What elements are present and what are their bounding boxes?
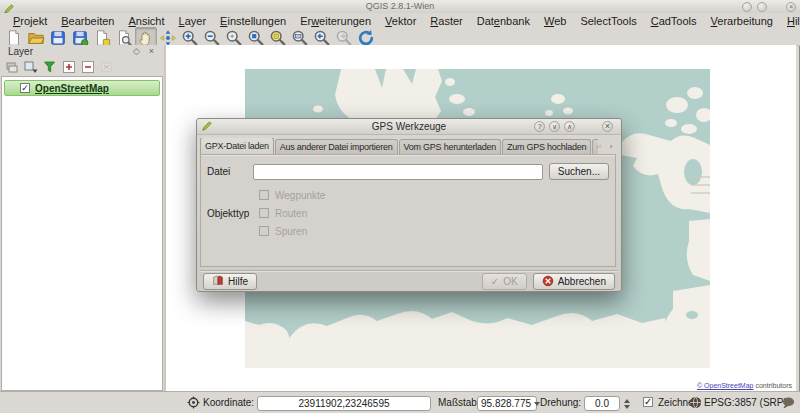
add-group-icon	[5, 60, 19, 74]
help-button[interactable]: Hilfe	[203, 273, 257, 290]
tab-gpx-datei-laden[interactable]: GPX-Datei laden	[200, 138, 274, 155]
file-label: Datei	[207, 166, 253, 177]
layer-visibility-icon	[24, 60, 38, 74]
crs-status-label[interactable]: EPSG:3857 (SRP)	[704, 397, 787, 408]
layer-visibility-button[interactable]	[23, 60, 38, 75]
menu-web[interactable]: Web	[537, 15, 573, 27]
dialog-close-button[interactable]	[602, 121, 613, 132]
objecttype-row-spuren: Spuren	[259, 222, 325, 240]
layers-panel-header: Layer ◇ ×	[0, 45, 164, 59]
menu-selecttools[interactable]: SelectTools	[573, 15, 643, 27]
window-title: QGIS 2.8.1-Wien	[0, 1, 800, 11]
messages-icon[interactable]	[782, 396, 795, 411]
status-bar: Koordinate: Maßstab 95.828.775 Drehung: …	[0, 391, 800, 413]
layers-panel-title: Layer	[8, 46, 33, 57]
menu-vektor[interactable]: Vektor	[378, 15, 423, 27]
spinner-arrows-icon[interactable]	[624, 399, 630, 409]
spuren-checkbox	[259, 226, 269, 236]
menu-ansicht[interactable]: Ansicht	[121, 15, 171, 27]
coordinate-label: Koordinate:	[203, 397, 254, 408]
layer-item-openstreetmap[interactable]: OpenStreetMap	[4, 80, 160, 96]
expand-all-icon	[62, 60, 76, 74]
menu-datenbank[interactable]: Datenbank	[470, 15, 537, 27]
browse-button[interactable]: Suchen...	[549, 163, 609, 180]
lake	[686, 311, 698, 319]
tab-scroll-left-button[interactable]: ‹	[595, 141, 605, 153]
cancel-button-label: Abbrechen	[558, 276, 606, 287]
render-checkbox[interactable]	[643, 397, 653, 407]
menu-erweiterungen[interactable]: Erweiterungen	[293, 15, 378, 27]
maximize-button[interactable]	[757, 2, 767, 12]
gps-tools-dialog: GPS Werkzeuge GPX-Datei ladenAus anderer…	[196, 118, 622, 292]
dialog-whatsthis-button[interactable]	[534, 121, 545, 132]
ok-icon: ✓	[491, 276, 499, 287]
crs-globe-icon[interactable]	[689, 396, 702, 411]
rotation-label: Drehung:	[540, 397, 581, 408]
menu-raster[interactable]: Raster	[423, 15, 469, 27]
scale-label: Maßstab	[438, 397, 477, 408]
wegpunkte-label: Wegpunkte	[275, 190, 325, 201]
ok-button[interactable]: ✓ OK	[482, 273, 527, 290]
layer-visibility-checkbox[interactable]	[20, 83, 30, 93]
layers-panel-toolbar	[0, 59, 164, 75]
objecttype-checkbox-group: WegpunkteRoutenSpuren	[259, 186, 325, 240]
collapse-all-button[interactable]	[80, 60, 95, 75]
wegpunkte-checkbox	[259, 190, 269, 200]
spuren-label: Spuren	[275, 226, 307, 237]
objecttype-row-routen: Routen	[259, 204, 325, 222]
tab-zum-gps-hochladen[interactable]: Zum GPS hochladen	[502, 139, 591, 155]
menu-bearbeiten[interactable]: Bearbeiten	[54, 15, 121, 27]
gpx-load-tab-page: Datei Suchen... Objekttyp WegpunkteRoute…	[200, 154, 616, 267]
routen-checkbox	[259, 208, 269, 218]
coordinate-tracker-icon[interactable]	[187, 396, 200, 411]
menu-projekt[interactable]: Projekt	[6, 15, 54, 27]
dialog-button-box: Hilfe ✓ OK Abbrechen	[203, 273, 615, 290]
dialog-maximize-button[interactable]	[564, 121, 575, 132]
add-group-button[interactable]	[4, 60, 19, 75]
close-button[interactable]	[786, 2, 796, 12]
dialog-tab-bar: GPX-Datei ladenAus anderer Datei importi…	[200, 138, 598, 155]
objecttype-row-wegpunkte: Wegpunkte	[259, 186, 325, 204]
remove-layer-icon	[100, 60, 114, 74]
layers-panel: Layer ◇ × OpenStreetMap	[0, 45, 164, 392]
help-icon	[212, 275, 224, 289]
main-toolbar	[0, 28, 800, 46]
filter-legend-icon	[43, 60, 57, 74]
scale-value: 95.828.775	[481, 398, 531, 409]
routen-label: Routen	[275, 208, 307, 219]
tab-vom-gps-herunterladen[interactable]: Vom GPS herunterladen	[399, 139, 501, 155]
cancel-icon	[542, 275, 554, 289]
qgis-window: QGIS 2.8.1-Wien ProjektBearbeitenAnsicht…	[0, 0, 800, 413]
menu-layer[interactable]: Layer	[172, 15, 214, 27]
objecttype-label: Objekttyp	[207, 208, 253, 219]
filter-legend-button[interactable]	[42, 60, 57, 75]
osm-attribution-link[interactable]: © OpenStreetMap	[697, 382, 754, 389]
minimize-button[interactable]	[742, 2, 752, 12]
layer-tree[interactable]: OpenStreetMap	[1, 76, 163, 391]
rotation-input[interactable]	[584, 396, 620, 411]
remove-layer-button	[99, 60, 114, 75]
scale-combobox[interactable]: 95.828.775	[477, 396, 537, 411]
bay	[684, 159, 702, 185]
menu-hilfe[interactable]: Hilfe	[780, 15, 800, 27]
rotation-spinner[interactable]	[584, 396, 630, 411]
dock-float-button[interactable]: ◇	[131, 46, 142, 57]
menu-verarbeitung[interactable]: Verarbeitung	[704, 15, 780, 27]
dock-close-button[interactable]: ×	[146, 46, 157, 57]
tab-scroll-right-button[interactable]: ›	[606, 141, 616, 153]
layer-name: OpenStreetMap	[35, 83, 109, 94]
ok-button-label: OK	[503, 276, 517, 287]
expand-all-button[interactable]	[61, 60, 76, 75]
coordinate-input[interactable]	[257, 396, 431, 411]
file-input[interactable]	[253, 164, 543, 180]
cancel-button[interactable]: Abbrechen	[533, 273, 615, 290]
menu-cadtools[interactable]: CadTools	[644, 15, 704, 27]
dialog-shade-button[interactable]	[549, 121, 560, 132]
osm-attribution-suffix: contributors	[755, 382, 792, 389]
tab-aus-anderer-datei-importieren[interactable]: Aus anderer Datei importieren	[275, 139, 398, 155]
dialog-title-bar[interactable]: GPS Werkzeuge	[197, 119, 621, 135]
menu-bar: ProjektBearbeitenAnsichtLayerEinstellung…	[0, 13, 800, 28]
menu-einstellungen[interactable]: Einstellungen	[213, 15, 293, 27]
help-button-label: Hilfe	[228, 276, 248, 287]
map-attribution: © OpenStreetMap contributors	[697, 382, 792, 389]
